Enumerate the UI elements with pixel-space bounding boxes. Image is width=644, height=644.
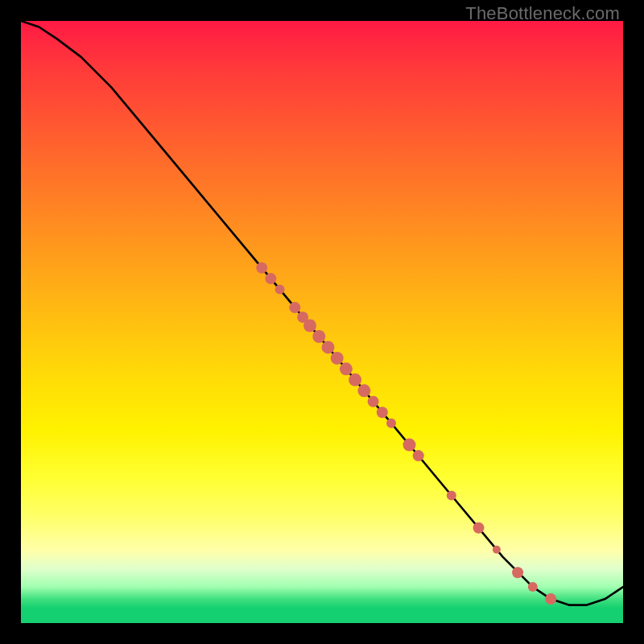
data-point — [377, 407, 388, 418]
data-point — [312, 330, 325, 343]
data-point — [265, 273, 276, 284]
data-point — [493, 546, 501, 554]
bottleneck-curve — [21, 21, 623, 605]
data-point — [303, 320, 316, 332]
data-point — [340, 362, 353, 375]
data-point — [368, 396, 379, 407]
data-point — [349, 374, 361, 386]
chart-svg — [21, 21, 623, 623]
data-point — [275, 285, 285, 295]
chart-container: TheBottleneck.com — [0, 0, 644, 644]
data-point — [357, 384, 370, 397]
data-point — [386, 419, 396, 428]
data-point — [289, 302, 300, 313]
data-point — [528, 582, 538, 592]
data-point — [413, 450, 424, 461]
data-point — [512, 567, 523, 578]
data-point — [331, 352, 344, 365]
data-point — [545, 593, 556, 605]
data-point — [473, 522, 485, 534]
data-point — [447, 490, 456, 500]
plot-area — [21, 21, 623, 623]
data-points-group — [256, 262, 556, 605]
data-point — [322, 341, 335, 353]
data-point — [256, 262, 267, 274]
data-point — [403, 439, 416, 452]
